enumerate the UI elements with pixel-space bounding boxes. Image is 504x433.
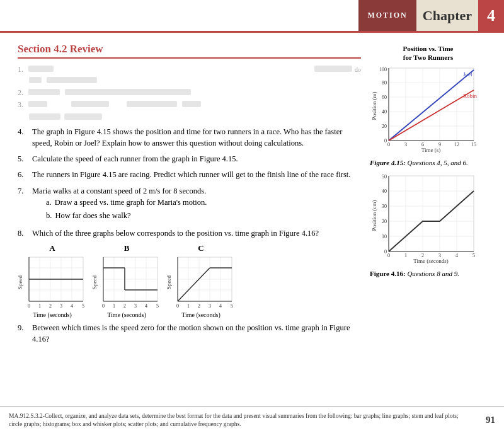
main-content: Section 4.2 Review 1. do 2. 3. [0, 33, 504, 407]
page-header: Motion Chapter 4 [0, 0, 504, 33]
footer-page-number: 91 [486, 415, 495, 425]
figure-416-container: Position (cm) Time (seconds) 0 10 20 30 … [370, 173, 486, 279]
question-4: 4. The graph in Figure 4.15 shows the po… [18, 126, 361, 149]
footer: MA.912.S.3.2-Collect, organize, and anal… [0, 407, 504, 433]
svg-text:40: 40 [382, 188, 387, 194]
chapter-block: Chapter [416, 0, 478, 31]
question-9: 9. Between which times is the speed zero… [18, 322, 361, 345]
fig416-svg: Position (cm) Time (seconds) 0 10 20 30 … [370, 173, 480, 264]
svg-text:1: 1 [187, 303, 190, 309]
svg-text:9: 9 [438, 142, 441, 147]
svg-text:2: 2 [123, 303, 126, 309]
fig415-caption: Figure 4.15: Questions 4, 5, and 6. [370, 158, 486, 168]
svg-text:20: 20 [382, 124, 387, 129]
section-title: Section 4.2 Review [18, 43, 361, 59]
question-7: 7. Maria walks at a constant speed of 2 … [18, 185, 361, 223]
graph-c-svg: Speed 0 1 2 3 4 5 [166, 254, 236, 311]
svg-text:0: 0 [176, 303, 179, 309]
svg-text:1: 1 [113, 303, 115, 309]
svg-text:4: 4 [145, 303, 147, 309]
question-list: 4. The graph in Figure 4.15 shows the po… [18, 126, 361, 239]
svg-text:3: 3 [438, 253, 441, 258]
svg-text:Joel: Joel [463, 71, 472, 78]
svg-text:Robin: Robin [463, 93, 478, 99]
right-column: Position vs. Timefor Two Runners [370, 43, 486, 401]
svg-text:5: 5 [231, 303, 233, 309]
svg-text:30: 30 [382, 204, 387, 209]
svg-text:0: 0 [384, 249, 387, 255]
redacted-lines: 1. do 2. 3. [18, 65, 361, 122]
svg-text:0: 0 [28, 303, 30, 309]
fig415-svg: Position (m) Time (s) 0 20 40 60 80 100 … [370, 65, 480, 153]
svg-text:2: 2 [421, 253, 424, 258]
left-column: Section 4.2 Review 1. do 2. 3. [18, 43, 361, 401]
fig416-caption: Figure 4.16: Questions 8 and 9. [370, 269, 486, 279]
svg-text:10: 10 [382, 234, 387, 240]
question-7a: a. Draw a speed vs. time graph for Maria… [46, 197, 207, 208]
svg-text:0: 0 [384, 138, 387, 144]
figure-415-container: Position vs. Timefor Two Runners [370, 44, 486, 168]
svg-text:12: 12 [454, 142, 459, 147]
svg-text:5: 5 [156, 303, 159, 309]
graph-b-svg: Speed 0 1 2 3 4 5 [92, 254, 161, 311]
svg-text:1: 1 [404, 253, 407, 258]
svg-text:50: 50 [382, 174, 387, 180]
svg-text:0: 0 [387, 253, 390, 258]
svg-text:60: 60 [382, 95, 387, 100]
svg-text:6: 6 [421, 142, 424, 147]
svg-text:3: 3 [60, 303, 62, 309]
svg-text:5: 5 [472, 253, 475, 258]
svg-text:5: 5 [82, 303, 84, 309]
svg-text:4: 4 [219, 303, 222, 309]
svg-text:15: 15 [471, 142, 476, 147]
question-7b: b. How far does she walk? [46, 210, 207, 221]
svg-text:Speed: Speed [92, 275, 98, 289]
question-6: 6. The runners in Figure 4.15 are racing… [18, 169, 361, 180]
question-5: 5. Calculate the speed of each runner fr… [18, 153, 361, 165]
svg-text:2: 2 [49, 303, 52, 309]
chapter-number: 4 [478, 0, 504, 31]
svg-text:20: 20 [382, 219, 387, 224]
svg-text:0: 0 [387, 142, 390, 147]
svg-text:Speed: Speed [166, 275, 172, 289]
motion-label: Motion [358, 0, 416, 31]
question-8: 8. Which of the three graphs below corre… [18, 228, 361, 239]
svg-text:Time (seconds): Time (seconds) [413, 258, 448, 264]
svg-text:40: 40 [382, 109, 387, 115]
graph-c: C Speed 0 1 2 3 4 [166, 243, 236, 318]
svg-text:0: 0 [102, 303, 105, 309]
svg-text:Position (m): Position (m) [371, 91, 377, 120]
svg-text:Speed: Speed [18, 275, 23, 289]
footer-text: MA.912.S.3.2-Collect, organize, and anal… [9, 412, 462, 428]
svg-text:1: 1 [38, 303, 41, 309]
svg-text:Time (s): Time (s) [421, 147, 440, 153]
svg-text:4: 4 [71, 303, 73, 309]
graph-b: B Speed 0 1 2 3 4 [92, 243, 161, 318]
svg-text:3: 3 [404, 142, 407, 147]
svg-text:3: 3 [209, 303, 211, 309]
svg-text:Position (cm): Position (cm) [371, 200, 377, 231]
small-graphs-row: A Speed [18, 243, 361, 318]
svg-text:3: 3 [134, 303, 137, 309]
graph-a-svg: Speed 0 1 2 3 4 5 [18, 254, 87, 311]
svg-text:2: 2 [198, 303, 200, 309]
svg-text:80: 80 [382, 80, 387, 86]
graph-a: A Speed [18, 243, 87, 318]
svg-text:4: 4 [455, 253, 458, 258]
svg-text:100: 100 [379, 67, 387, 72]
fig415-title: Position vs. Timefor Two Runners [370, 44, 486, 62]
chapter-label: Chapter [423, 8, 472, 24]
